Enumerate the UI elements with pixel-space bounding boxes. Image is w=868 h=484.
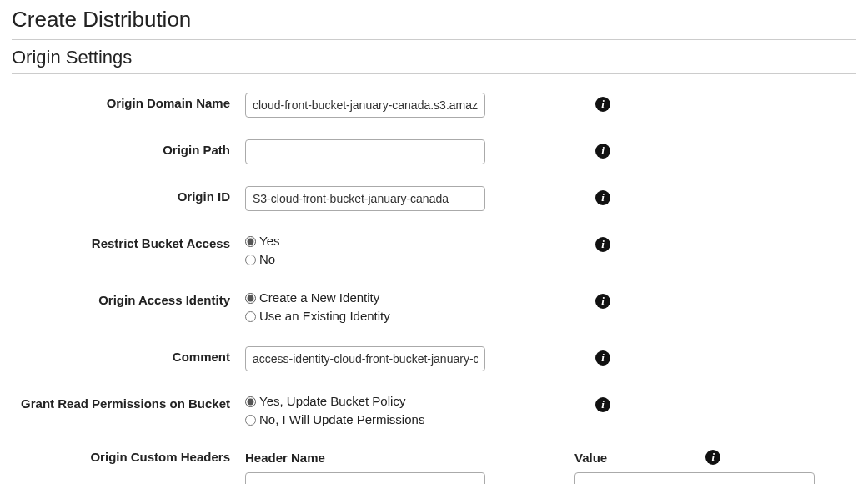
info-icon[interactable]: i <box>595 144 610 159</box>
restrict-bucket-access-no-radio[interactable] <box>245 255 256 265</box>
restrict-bucket-access-no-label: No <box>259 251 275 268</box>
comment-label: Comment <box>12 346 245 366</box>
header-name-column-label: Header Name <box>245 451 574 465</box>
oai-create-label: Create a New Identity <box>259 290 379 306</box>
grant-read-yes-radio[interactable] <box>245 396 256 407</box>
origin-domain-name-label: Origin Domain Name <box>12 93 245 112</box>
origin-access-identity-label: Origin Access Identity <box>12 290 245 309</box>
grant-read-no-label: No, I Will Update Permissions <box>259 411 424 428</box>
divider <box>12 73 856 74</box>
divider <box>12 39 856 40</box>
restrict-bucket-access-yes-radio[interactable] <box>245 236 256 247</box>
origin-custom-headers-label: Origin Custom Headers <box>12 450 245 466</box>
origin-settings-form: Origin Domain Name i Origin Path i Origi… <box>12 93 856 484</box>
grant-read-yes-label: Yes, Update Bucket Policy <box>259 393 405 410</box>
comment-input[interactable] <box>245 346 485 371</box>
header-name-input[interactable] <box>245 472 485 484</box>
header-value-column-label: Value <box>574 451 690 465</box>
info-icon[interactable]: i <box>595 397 610 412</box>
section-title: Origin Settings <box>12 47 856 68</box>
header-value-input[interactable] <box>574 472 815 484</box>
page-title: Create Distribution <box>12 7 856 33</box>
restrict-bucket-access-yes-label: Yes <box>259 233 279 250</box>
grant-read-label: Grant Read Permissions on Bucket <box>12 393 245 412</box>
origin-domain-name-input[interactable] <box>245 93 485 118</box>
origin-id-label: Origin ID <box>12 186 245 205</box>
info-icon[interactable]: i <box>595 190 610 205</box>
info-icon[interactable]: i <box>595 237 610 252</box>
oai-existing-label: Use an Existing Identity <box>259 308 390 325</box>
grant-read-no-radio[interactable] <box>245 415 256 426</box>
origin-path-label: Origin Path <box>12 139 245 159</box>
oai-existing-radio[interactable] <box>245 311 256 322</box>
origin-path-input[interactable] <box>245 139 485 164</box>
restrict-bucket-access-label: Restrict Bucket Access <box>12 233 245 252</box>
info-icon[interactable]: i <box>705 450 720 465</box>
oai-create-radio[interactable] <box>245 293 256 304</box>
info-icon[interactable]: i <box>595 97 610 112</box>
origin-id-input[interactable] <box>245 186 485 211</box>
info-icon[interactable]: i <box>595 350 610 366</box>
info-icon[interactable]: i <box>595 294 610 309</box>
